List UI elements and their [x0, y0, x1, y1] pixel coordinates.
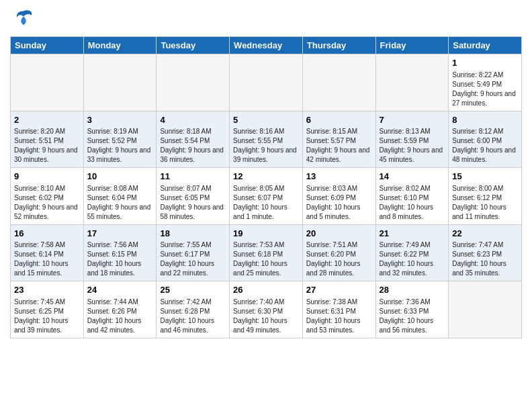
calendar-day [375, 54, 449, 111]
header [10, 7, 522, 31]
day-number: 9 [14, 171, 80, 183]
day-info: Sunrise: 8:08 AM Sunset: 6:04 PM Dayligh… [87, 184, 153, 222]
day-number: 27 [306, 284, 372, 296]
day-number: 25 [160, 284, 226, 296]
day-info: Sunrise: 7:49 AM Sunset: 6:22 PM Dayligh… [380, 240, 445, 278]
calendar-day [11, 54, 84, 111]
day-number: 19 [233, 228, 299, 240]
calendar-week-1: 1Sunrise: 8:22 AM Sunset: 5:49 PM Daylig… [11, 54, 522, 111]
day-number: 8 [452, 114, 518, 126]
calendar-header-sunday: Sunday [11, 37, 84, 54]
day-info: Sunrise: 8:22 AM Sunset: 5:49 PM Dayligh… [452, 71, 518, 108]
day-number: 12 [233, 171, 299, 183]
calendar-day [157, 54, 230, 111]
day-number: 11 [160, 171, 226, 183]
day-number: 13 [306, 171, 372, 183]
day-number: 16 [14, 228, 80, 240]
calendar-header-row: SundayMondayTuesdayWednesdayThursdayFrid… [11, 37, 522, 54]
day-info: Sunrise: 8:07 AM Sunset: 6:05 PM Dayligh… [160, 184, 226, 222]
day-info: Sunrise: 7:51 AM Sunset: 6:20 PM Dayligh… [306, 240, 372, 278]
calendar-day: 17Sunrise: 7:56 AM Sunset: 6:15 PM Dayli… [83, 224, 157, 281]
calendar-header-monday: Monday [83, 37, 157, 54]
logo-bird-icon [13, 7, 34, 31]
day-info: Sunrise: 7:42 AM Sunset: 6:28 PM Dayligh… [160, 298, 226, 335]
calendar-day: 5Sunrise: 8:16 AM Sunset: 5:55 PM Daylig… [230, 111, 303, 168]
calendar-week-3: 9Sunrise: 8:10 AM Sunset: 6:02 PM Daylig… [11, 168, 522, 225]
calendar-day: 12Sunrise: 8:05 AM Sunset: 6:07 PM Dayli… [230, 168, 303, 225]
calendar-day [83, 54, 157, 111]
calendar-week-4: 16Sunrise: 7:58 AM Sunset: 6:14 PM Dayli… [11, 224, 522, 281]
day-number: 14 [380, 171, 445, 183]
calendar-week-5: 23Sunrise: 7:45 AM Sunset: 6:25 PM Dayli… [11, 281, 522, 338]
calendar-day: 13Sunrise: 8:03 AM Sunset: 6:09 PM Dayli… [302, 168, 375, 225]
day-number: 6 [306, 114, 372, 126]
calendar-day: 8Sunrise: 8:12 AM Sunset: 6:00 PM Daylig… [449, 111, 522, 168]
day-info: Sunrise: 7:40 AM Sunset: 6:30 PM Dayligh… [233, 298, 299, 335]
day-number: 21 [380, 228, 445, 240]
day-number: 7 [380, 114, 445, 126]
day-number: 17 [87, 228, 153, 240]
calendar-day: 21Sunrise: 7:49 AM Sunset: 6:22 PM Dayli… [375, 224, 449, 281]
calendar-day: 27Sunrise: 7:38 AM Sunset: 6:31 PM Dayli… [302, 281, 375, 338]
day-info: Sunrise: 7:56 AM Sunset: 6:15 PM Dayligh… [87, 240, 153, 278]
calendar-day: 11Sunrise: 8:07 AM Sunset: 6:05 PM Dayli… [157, 168, 230, 225]
day-info: Sunrise: 8:10 AM Sunset: 6:02 PM Dayligh… [14, 184, 80, 222]
calendar-week-2: 2Sunrise: 8:20 AM Sunset: 5:51 PM Daylig… [11, 111, 522, 168]
calendar-day [230, 54, 303, 111]
calendar-header-saturday: Saturday [449, 37, 522, 54]
day-number: 1 [452, 57, 518, 69]
day-number: 23 [14, 284, 80, 296]
calendar-header-wednesday: Wednesday [230, 37, 303, 54]
day-info: Sunrise: 7:45 AM Sunset: 6:25 PM Dayligh… [14, 298, 80, 335]
day-info: Sunrise: 7:44 AM Sunset: 6:26 PM Dayligh… [87, 298, 153, 335]
day-info: Sunrise: 7:55 AM Sunset: 6:17 PM Dayligh… [160, 240, 226, 278]
day-number: 24 [87, 284, 153, 296]
calendar-day: 2Sunrise: 8:20 AM Sunset: 5:51 PM Daylig… [11, 111, 84, 168]
calendar-day: 14Sunrise: 8:02 AM Sunset: 6:10 PM Dayli… [375, 168, 449, 225]
day-number: 15 [452, 171, 518, 183]
day-number: 5 [233, 114, 299, 126]
calendar-day: 4Sunrise: 8:18 AM Sunset: 5:54 PM Daylig… [157, 111, 230, 168]
calendar-day: 1Sunrise: 8:22 AM Sunset: 5:49 PM Daylig… [449, 54, 522, 111]
day-info: Sunrise: 8:15 AM Sunset: 5:57 PM Dayligh… [306, 127, 372, 165]
calendar-day: 16Sunrise: 7:58 AM Sunset: 6:14 PM Dayli… [11, 224, 84, 281]
calendar-day: 23Sunrise: 7:45 AM Sunset: 6:25 PM Dayli… [11, 281, 84, 338]
calendar-day: 24Sunrise: 7:44 AM Sunset: 6:26 PM Dayli… [83, 281, 157, 338]
calendar-header-thursday: Thursday [302, 37, 375, 54]
calendar-day: 25Sunrise: 7:42 AM Sunset: 6:28 PM Dayli… [157, 281, 230, 338]
day-info: Sunrise: 7:36 AM Sunset: 6:33 PM Dayligh… [380, 298, 445, 335]
day-info: Sunrise: 8:20 AM Sunset: 5:51 PM Dayligh… [14, 127, 80, 165]
calendar-header-tuesday: Tuesday [157, 37, 230, 54]
day-info: Sunrise: 8:18 AM Sunset: 5:54 PM Dayligh… [160, 127, 226, 165]
day-number: 28 [380, 284, 445, 296]
calendar-day: 19Sunrise: 7:53 AM Sunset: 6:18 PM Dayli… [230, 224, 303, 281]
calendar-day [302, 54, 375, 111]
calendar-day: 18Sunrise: 7:55 AM Sunset: 6:17 PM Dayli… [157, 224, 230, 281]
calendar-day: 10Sunrise: 8:08 AM Sunset: 6:04 PM Dayli… [83, 168, 157, 225]
calendar-day [449, 281, 522, 338]
calendar-day: 22Sunrise: 7:47 AM Sunset: 6:23 PM Dayli… [449, 224, 522, 281]
calendar-day: 9Sunrise: 8:10 AM Sunset: 6:02 PM Daylig… [11, 168, 84, 225]
logo [10, 7, 34, 31]
calendar-day: 28Sunrise: 7:36 AM Sunset: 6:33 PM Dayli… [375, 281, 449, 338]
day-info: Sunrise: 7:38 AM Sunset: 6:31 PM Dayligh… [306, 298, 372, 335]
day-info: Sunrise: 8:19 AM Sunset: 5:52 PM Dayligh… [87, 127, 153, 165]
day-info: Sunrise: 8:12 AM Sunset: 6:00 PM Dayligh… [452, 127, 518, 165]
calendar-day: 6Sunrise: 8:15 AM Sunset: 5:57 PM Daylig… [302, 111, 375, 168]
day-number: 10 [87, 171, 153, 183]
day-info: Sunrise: 8:16 AM Sunset: 5:55 PM Dayligh… [233, 127, 299, 165]
calendar-day: 26Sunrise: 7:40 AM Sunset: 6:30 PM Dayli… [230, 281, 303, 338]
day-number: 2 [14, 114, 80, 126]
day-number: 3 [87, 114, 153, 126]
calendar-header-friday: Friday [375, 37, 449, 54]
day-number: 26 [233, 284, 299, 296]
calendar-day: 7Sunrise: 8:13 AM Sunset: 5:59 PM Daylig… [375, 111, 449, 168]
page: SundayMondayTuesdayWednesdayThursdayFrid… [0, 0, 532, 411]
calendar-day: 3Sunrise: 8:19 AM Sunset: 5:52 PM Daylig… [83, 111, 157, 168]
calendar-day: 15Sunrise: 8:00 AM Sunset: 6:12 PM Dayli… [449, 168, 522, 225]
day-info: Sunrise: 7:58 AM Sunset: 6:14 PM Dayligh… [14, 240, 80, 278]
day-info: Sunrise: 8:05 AM Sunset: 6:07 PM Dayligh… [233, 184, 299, 222]
day-info: Sunrise: 7:53 AM Sunset: 6:18 PM Dayligh… [233, 240, 299, 278]
day-number: 18 [160, 228, 226, 240]
day-number: 4 [160, 114, 226, 126]
